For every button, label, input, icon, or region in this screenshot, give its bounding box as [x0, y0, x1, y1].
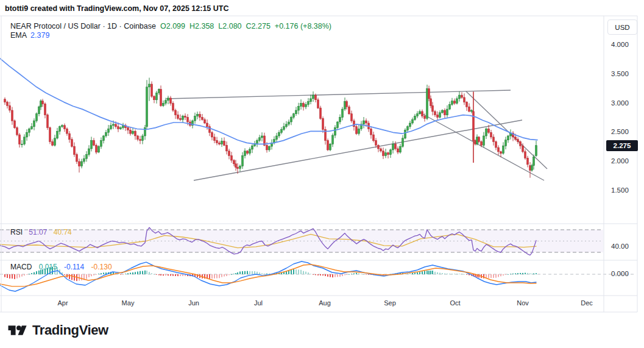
macd-label: MACD	[10, 263, 32, 271]
price-tick-label[interactable]: 2.500	[611, 128, 629, 135]
currency-button[interactable]: USD	[607, 20, 637, 35]
macd-signal-value: -0.130	[91, 263, 112, 271]
rsi-label: RSI	[10, 228, 23, 236]
symbol-legend[interactable]: NEAR Protocol / US Dollar · 1D · Coinbas…	[10, 22, 331, 30]
month-label-dec[interactable]: Dec	[581, 299, 593, 307]
macd-legend[interactable]: MACD 0.015 -0.114 -0.130	[10, 263, 112, 271]
price-tick-label[interactable]: 2.000	[611, 157, 629, 165]
tradingview-logo[interactable]: TradingView	[6, 320, 108, 341]
price-tick-label[interactable]: 4.000	[611, 41, 629, 48]
chart-canvas[interactable]	[0, 0, 644, 348]
ohlc-token: O2.099	[160, 22, 185, 30]
month-label-oct[interactable]: Oct	[450, 299, 460, 307]
ema-label: EMA	[10, 31, 27, 40]
ema-legend[interactable]: EMA2.379	[10, 31, 49, 40]
tradingview-logo-text: TradingView	[32, 322, 108, 338]
rsi-ma-value: 40.74	[54, 228, 72, 236]
month-label-aug[interactable]: Aug	[319, 299, 331, 307]
ohlc-token: H2.358	[189, 22, 214, 30]
rsi-value: 51.07	[29, 228, 47, 236]
price-tick-label[interactable]: 3.000	[611, 99, 629, 107]
tradingview-logo-icon	[6, 320, 27, 341]
month-label-apr[interactable]: Apr	[57, 299, 68, 307]
macd-hist-value: 0.015	[39, 263, 57, 271]
symbol-title: NEAR Protocol / US Dollar · 1D · Coinbas…	[10, 22, 156, 30]
month-label-jun[interactable]: Jun	[188, 299, 199, 307]
ohlc-values: O2.099H2.358L2.080C2.275+0.176 (+8.38%)	[156, 22, 331, 30]
tradingview-chart-page: btotti9 created with TradingView.com, No…	[0, 0, 644, 348]
rsi-legend[interactable]: RSI 51.07 40.74	[10, 228, 72, 236]
macd-axis-label[interactable]: 0.000	[611, 270, 629, 277]
rsi-axis-label[interactable]: 40.00	[611, 243, 629, 250]
ohlc-token: L2.080	[218, 22, 241, 30]
month-label-sep[interactable]: Sep	[384, 299, 396, 307]
ohlc-token: C2.275	[246, 22, 271, 30]
price-tick-label[interactable]: 1.500	[611, 186, 629, 194]
price-tick-label[interactable]: 3.500	[611, 70, 629, 77]
last-price-badge: 2.275	[606, 140, 638, 151]
month-label-may[interactable]: May	[122, 299, 135, 307]
ema-value: 2.379	[30, 31, 49, 40]
month-label-jul[interactable]: Jul	[254, 299, 263, 307]
ohlc-token: +0.176 (+8.38%)	[275, 22, 331, 30]
month-label-nov[interactable]: Nov	[517, 299, 529, 307]
macd-line-value: -0.114	[64, 263, 84, 271]
attribution-text: btotti9 created with TradingView.com, No…	[5, 4, 228, 13]
